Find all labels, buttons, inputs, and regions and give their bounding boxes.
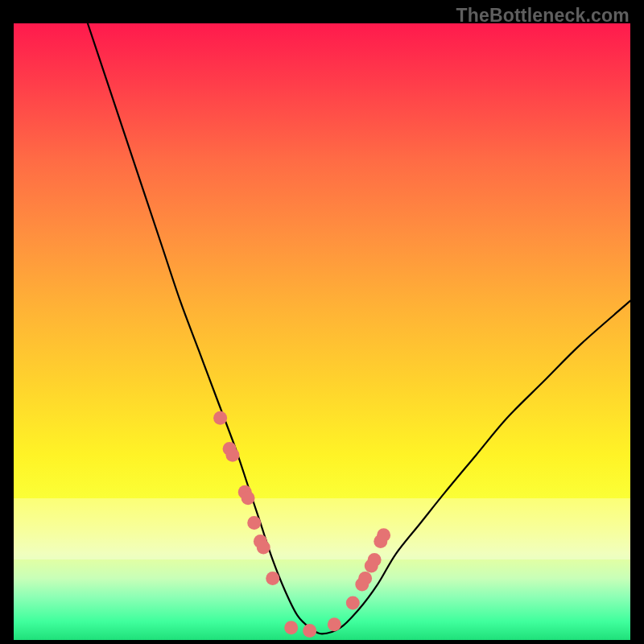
chart-svg [14, 23, 630, 640]
data-point [346, 597, 360, 610]
data-point [328, 617, 341, 631]
data-point [257, 541, 270, 555]
data-point [225, 448, 239, 462]
data-point [213, 411, 227, 425]
data-point [358, 572, 372, 585]
bottleneck-curve [88, 23, 630, 634]
data-point [284, 621, 298, 634]
data-point [242, 491, 255, 505]
data-point [377, 528, 390, 542]
data-point [303, 624, 316, 638]
plot-area [14, 23, 630, 640]
data-point [247, 516, 261, 530]
data-point [368, 553, 382, 567]
data-point [266, 572, 279, 585]
watermark-text: TheBottleneck.com [456, 5, 630, 27]
